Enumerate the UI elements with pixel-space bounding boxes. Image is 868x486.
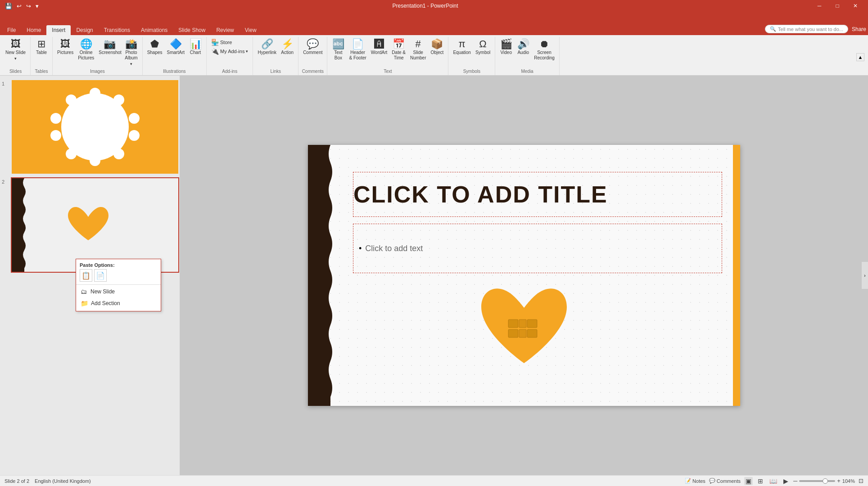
tab-review[interactable]: Review [211, 25, 239, 35]
close-button[interactable]: ✕ [846, 0, 864, 12]
symbol-icon: Ω [479, 39, 486, 49]
hyperlink-button[interactable]: 🔗 Hyperlink [256, 38, 278, 57]
context-new-slide[interactable]: 🗂 New Slide [76, 286, 161, 297]
svg-point-5 [113, 148, 124, 159]
tab-insert[interactable]: Insert [46, 25, 71, 35]
group-comments: 💬 Comment Comments [299, 37, 327, 75]
my-addins-button[interactable]: 🔌 My Add-ins ▾ [209, 47, 250, 56]
online-pictures-icon: 🌐 [80, 39, 92, 49]
wordart-button[interactable]: 🅰 WordArt [369, 38, 389, 57]
shapes-button[interactable]: ⬟ Shapes [145, 38, 164, 57]
photo-album-dropdown[interactable]: ▾ [130, 62, 132, 66]
svg-rect-17 [527, 329, 537, 338]
tab-slideshow[interactable]: Slide Show [173, 25, 211, 35]
symbol-label: Symbol [475, 50, 490, 55]
group-text-label: Text [330, 68, 445, 75]
slideshow-button[interactable]: ▶ [782, 477, 790, 485]
group-illustrations: ⬟ Shapes 🔷 SmartArt 📊 Chart Illustration… [144, 37, 207, 75]
context-new-slide-label: New Slide [90, 288, 115, 295]
tab-view[interactable]: View [240, 25, 262, 35]
online-pictures-button[interactable]: 🌐 OnlinePictures [76, 38, 96, 62]
smartart-button[interactable]: 🔷 SmartArt [165, 38, 186, 57]
save-button[interactable]: 💾 [4, 2, 14, 10]
video-button[interactable]: 🎬 Video [498, 38, 514, 57]
right-panel-collapse[interactable]: › [862, 262, 868, 289]
photo-album-icon: 📸 [125, 39, 137, 49]
fit-slide-button[interactable]: ⊡ [859, 477, 863, 484]
redo-button[interactable]: ↪ [25, 2, 32, 10]
action-button[interactable]: ⚡ Action [279, 38, 295, 57]
tab-file[interactable]: File [2, 25, 21, 35]
svg-point-2 [113, 94, 124, 105]
group-links: 🔗 Hyperlink ⚡ Action Links [254, 37, 298, 75]
photo-album-button[interactable]: 📸 PhotoAlbum ▾ [123, 38, 139, 68]
comment-button[interactable]: 💬 Comment [301, 38, 324, 57]
action-icon: ⚡ [281, 39, 294, 49]
header-footer-button[interactable]: 📄 Header& Footer [347, 38, 368, 62]
paste-icon-1[interactable]: 📋 [80, 269, 92, 282]
group-links-label: Links [256, 68, 295, 75]
status-right: 📝 Notes 💬 Comments ▣ ⊞ 📖 ▶ ─ + 104% ⊡ [685, 477, 863, 485]
table-button[interactable]: ⊞ Table [33, 38, 50, 57]
zoom-slider[interactable] [799, 480, 835, 482]
paste-icon-2[interactable]: 📄 [94, 269, 107, 282]
notes-icon: 📝 [685, 478, 691, 484]
reading-view-button[interactable]: 📖 [768, 477, 778, 485]
qa-dropdown-button[interactable]: ▾ [34, 2, 40, 10]
notes-button[interactable]: 📝 Notes [685, 478, 705, 484]
zoom-in-button[interactable]: + [837, 477, 841, 484]
hyperlink-icon: 🔗 [261, 39, 273, 49]
slide-thumbnail-1[interactable] [11, 79, 179, 175]
slide-number-icon: # [416, 39, 421, 49]
undo-button[interactable]: ↩ [15, 2, 23, 10]
ribbon-content: 🖼 New Slide ▾ Slides ⊞ Table Tables 🖼 Pi… [0, 35, 868, 76]
slide-sorter-button[interactable]: ⊞ [756, 477, 764, 485]
share-button[interactable]: Share [852, 26, 866, 32]
pictures-button[interactable]: 🖼 Pictures [55, 38, 75, 57]
slide-editor[interactable]: CLICK TO ADD TITLE • Click to add text [308, 145, 740, 406]
textbox-button[interactable]: 🔤 TextBox [330, 38, 346, 62]
equation-icon: π [459, 39, 466, 49]
datetime-button[interactable]: 📅 Date &Time [390, 38, 407, 62]
chart-button[interactable]: 📊 Chart [187, 38, 203, 57]
screenshot-button[interactable]: 📷 Screenshot [97, 38, 122, 57]
comments-button[interactable]: 💬 Comments [709, 478, 741, 484]
object-button[interactable]: 📦 Object [429, 38, 446, 57]
context-add-section[interactable]: 📁 Add Section [76, 297, 161, 309]
svg-point-4 [129, 130, 140, 141]
status-bar: Slide 2 of 2 English (United Kingdom) 📝 … [0, 475, 868, 486]
svg-rect-16 [519, 329, 526, 338]
object-label: Object [431, 50, 444, 55]
online-pictures-label: OnlinePictures [78, 50, 94, 61]
screen-recording-button[interactable]: ⏺ ScreenRecording [532, 38, 556, 62]
tab-design[interactable]: Design [71, 25, 98, 35]
slide-content-placeholder[interactable]: • Click to add text [353, 224, 722, 273]
tab-animations[interactable]: Animations [136, 25, 173, 35]
group-addins: 🏪 Store 🔌 My Add-ins ▾ Add-ins [208, 37, 253, 75]
store-button[interactable]: 🏪 Store [209, 38, 250, 47]
comment-icon: 💬 [307, 39, 319, 49]
minimize-button[interactable]: ─ [810, 0, 828, 12]
equation-button[interactable]: π Equation [451, 38, 472, 57]
context-menu: Paste Options: 📋 📄 🗂 New Slide 📁 Add Sec… [76, 259, 161, 311]
maximize-button[interactable]: □ [828, 0, 846, 12]
audio-button[interactable]: 🔊 Audio [515, 38, 531, 57]
tab-transitions[interactable]: Transitions [99, 25, 136, 35]
symbol-button[interactable]: Ω Symbol [474, 38, 492, 57]
slide-title-placeholder[interactable]: CLICK TO ADD TITLE [353, 172, 722, 217]
tab-home[interactable]: Home [21, 25, 46, 35]
heart-shape[interactable] [475, 278, 574, 377]
smartart-label: SmartArt [167, 50, 185, 55]
new-slide-button[interactable]: 🖼 New Slide ▾ [4, 38, 27, 62]
group-tables: ⊞ Table Tables [32, 37, 53, 75]
group-images-label: Images [55, 68, 140, 75]
bullet-point: • [359, 244, 362, 253]
normal-view-button[interactable]: ▣ [744, 477, 753, 485]
new-slide-dropdown[interactable]: ▾ [14, 56, 17, 61]
zoom-out-button[interactable]: ─ [793, 477, 797, 484]
tell-me-input[interactable]: 🔍 Tell me what you want to do... [765, 25, 848, 33]
comment-label: Comment [303, 50, 322, 55]
addins-dropdown[interactable]: ▾ [246, 49, 248, 54]
ribbon-collapse-button[interactable]: ▲ [856, 53, 864, 61]
slide-number-button[interactable]: # SlideNumber [408, 38, 428, 62]
